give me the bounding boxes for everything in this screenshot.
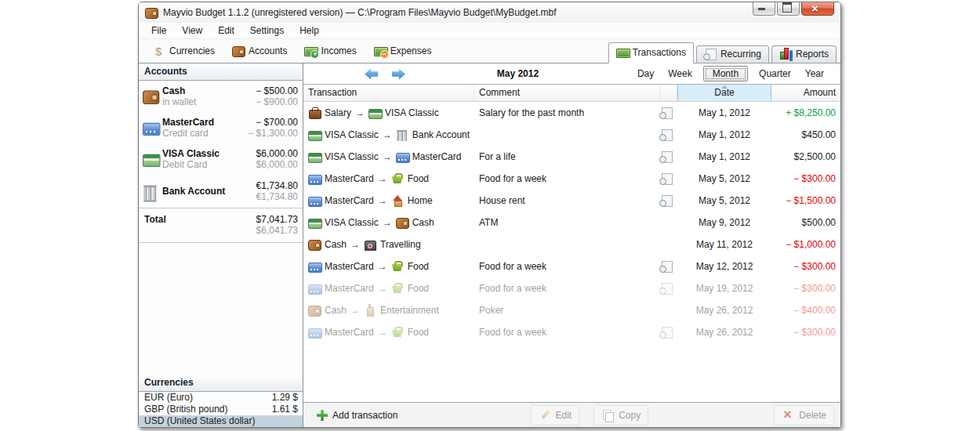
currencies-button[interactable]: Currencies [147,42,221,60]
table-row[interactable]: VISA Classic→Bank Account May 1, 2012 $4… [303,124,840,146]
menu-edit[interactable]: Edit [210,24,242,38]
tab-reports[interactable]: Reports [771,45,837,63]
delete-button[interactable]: Delete [774,405,834,426]
currencies-header: Currencies [139,375,303,392]
table-row[interactable]: Cash→Travelling May 11, 2012 − $1,000.00 [303,234,840,255]
period-label: May 2012 [405,68,630,79]
date-cell: May 19, 2012 [677,283,771,294]
date-cell: May 9, 2012 [677,217,771,228]
view-month-button[interactable]: Month [703,66,748,81]
view-quarter-button[interactable]: Quarter [752,67,798,81]
table-row[interactable]: Salary→VISA Classic Salary for the past … [303,102,840,124]
period-view-switcher: Day Week Month Quarter Year [630,66,831,81]
title-bar[interactable]: Mayvio Budget 1.1.2 (unregistered versio… [139,2,840,23]
copy-icon [601,409,614,422]
recurring-icon [704,48,717,60]
table-row[interactable]: MasterCard→Food Food for a week May 12, … [303,255,840,277]
window-controls [753,2,834,16]
currency-row-eur[interactable]: EUR (Euro) 1.29 $ [139,392,303,404]
date-cell: May 5, 2012 [677,195,771,206]
toolbar: Currencies Accounts Incomes Expenses Tra… [139,39,840,63]
date-cell: May 26, 2012 [677,327,771,338]
arrow-glyph: → [350,239,360,250]
tab-transactions[interactable]: Transactions [608,42,694,63]
card-green-icon [368,107,381,119]
card-blue-icon [308,194,321,207]
add-transaction-button[interactable]: Add transaction [310,406,405,424]
minimize-button[interactable] [753,2,775,16]
arrow-glyph: → [378,195,387,206]
date-cell: May 1, 2012 [677,107,771,118]
recurring-icon [660,150,673,163]
transactions-panel: May 2012 Day Week Month Quarter Year Tra… [303,63,840,427]
view-year-button[interactable]: Year [798,67,831,81]
column-header-transaction[interactable]: Transaction [303,85,474,101]
edit-button[interactable]: Edit [531,405,580,426]
account-row-bank[interactable]: Bank Account €1,734.80€1,734.80 [139,175,303,208]
copy-button[interactable]: Copy [593,405,648,426]
date-cell: May 1, 2012 [677,129,771,140]
table-row[interactable]: VISA Classic→MasterCard For a life May 1… [303,146,840,168]
arrow-left-icon[interactable] [365,69,378,80]
main-content: Accounts Cashin wallet − $500.00− $900.0… [139,63,840,427]
view-week-button[interactable]: Week [661,67,699,81]
view-day-button[interactable]: Day [630,67,661,81]
table-row[interactable]: MasterCard→Food Food for a week May 5, 2… [303,168,840,190]
bank-icon [396,129,408,141]
date-cell: May 1, 2012 [677,151,771,162]
column-header-amount[interactable]: Amount [771,85,840,101]
wallet-icon [396,216,408,229]
currency-row-usd[interactable]: USD (United States dollar) [139,415,303,427]
menu-help[interactable]: Help [292,24,327,38]
wallet-icon [308,304,321,317]
currency-row-gbp[interactable]: GBP (British pound) 1.61 $ [139,404,303,415]
recurring-icon [660,260,673,273]
total-value-secondary: $6,041.73 [256,225,298,236]
transactions-list: Salary→VISA Classic Salary for the past … [303,102,840,402]
house-icon [391,194,404,207]
column-header-date[interactable]: Date [677,85,771,101]
chart-icon [779,48,792,60]
wallet-icon [232,45,245,57]
recurring-icon [660,172,673,185]
accounts-panel: Accounts Cashin wallet − $500.00− $900.0… [139,63,303,427]
arrow-glyph: → [378,173,387,184]
column-header-recurring[interactable] [660,85,677,101]
money-icon [616,46,629,59]
table-row[interactable]: MasterCard→Food Food for a week May 26, … [303,321,840,343]
column-header-comment[interactable]: Comment [474,85,660,101]
incomes-button[interactable]: Incomes [298,42,362,60]
card-blue-icon [308,172,321,185]
comment-cell: Food for a week [474,327,660,338]
comment-cell: For a life [474,151,660,162]
menu-file[interactable]: File [143,24,174,38]
maximize-button[interactable] [777,2,800,16]
recurring-icon [660,216,673,229]
expenses-button[interactable]: Expenses [368,42,438,60]
accounts-button[interactable]: Accounts [226,42,293,60]
menu-bar: File View Edit Settings Help [139,23,840,39]
amount-cell: − $1,500.00 [771,195,840,206]
account-row-visa[interactable]: VISA ClassicDebit Card $6,000.00$6,000.0… [139,143,303,175]
close-button[interactable] [801,2,834,16]
arrow-right-icon[interactable] [392,69,405,80]
comment-cell: Food for a week [474,261,660,272]
table-row[interactable]: MasterCard→Home House rent May 5, 2012 −… [303,190,840,212]
card-blue-icon [396,150,408,163]
total-row: Total $7,041.73$6,041.73 [139,208,303,243]
menu-settings[interactable]: Settings [242,24,292,38]
close-icon [811,2,824,15]
menu-view[interactable]: View [174,24,210,38]
tab-recurring[interactable]: Recurring [696,45,769,63]
table-row[interactable]: Cash→Entertainment Poker May 26, 2012 − … [303,299,840,321]
maximize-icon [782,2,795,15]
card-green-icon [308,216,321,229]
account-row-mastercard[interactable]: MasterCardCredit card − $700.00− $1,300.… [139,112,303,143]
table-header: Transaction Comment Date Amount [303,84,840,102]
account-row-cash[interactable]: Cashin wallet − $500.00− $900.00 [139,81,303,112]
table-row[interactable]: VISA Classic→Cash ATM May 9, 2012 $500.0… [303,212,840,234]
amount-cell: − $1,000.00 [771,239,840,250]
card-blue-icon [308,282,321,295]
basket-icon [391,260,404,273]
table-row[interactable]: MasterCard→Food Food for a week May 19, … [303,277,840,299]
